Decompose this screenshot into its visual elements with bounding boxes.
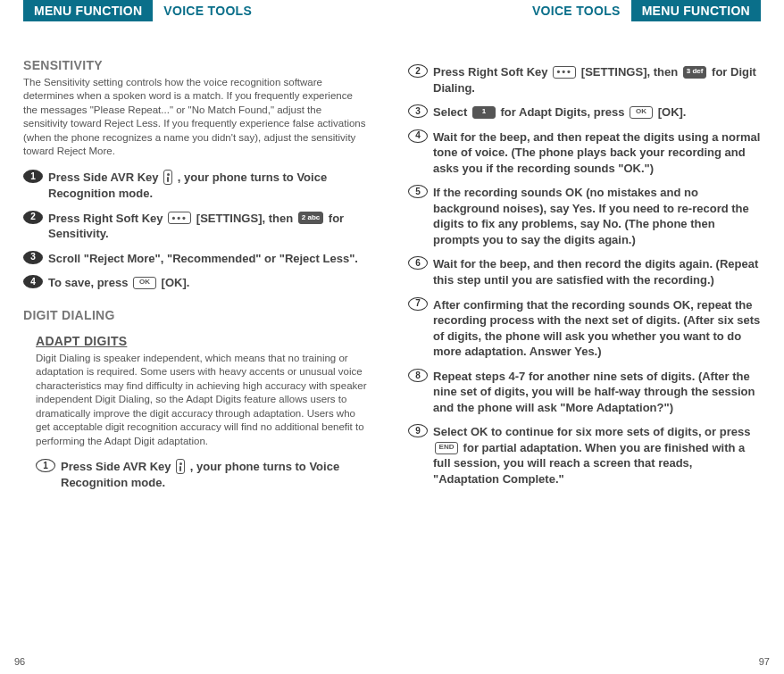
step-number-icon: 2	[408, 64, 428, 78]
adapt-step-8: 8 Repeat steps 4-7 for another nine sets…	[408, 369, 761, 416]
adapt-step-5: 5 If the recording sounds OK (no mistake…	[408, 185, 761, 247]
text-fragment: [SETTINGS], then	[578, 65, 681, 79]
voice-tools-tab: VOICE TOOLS	[153, 0, 263, 21]
step-number-icon: 9	[408, 424, 428, 437]
step-text: After confirming that the recording soun…	[433, 297, 761, 360]
adapt-step-4: 4 Wait for the beep, and then repeat the…	[408, 129, 761, 177]
ok-key-icon: OK	[630, 106, 653, 119]
right-content: 2 Press Right Soft Key ••• [SETTINGS], t…	[408, 37, 761, 487]
sensitivity-step-4: 4 To save, press OK [OK].	[23, 275, 369, 291]
section-title-sensitivity: SENSITIVITY	[23, 57, 369, 74]
text-fragment: Press Right Soft Key	[48, 212, 166, 225]
page-number: 96	[14, 656, 25, 667]
page-number: 97	[759, 656, 770, 667]
step-number-icon: 1	[23, 170, 43, 183]
text-fragment: for partial adaptation. When you are fin…	[433, 441, 745, 486]
step-text: Press Side AVR Key , your phone turns to…	[48, 170, 369, 202]
step-number-icon: 3	[23, 251, 43, 264]
adapt-step-2: 2 Press Right Soft Key ••• [SETTINGS], t…	[408, 64, 761, 96]
page-spread: MENU FUNCTION VOICE TOOLS SENSITIVITY Th…	[0, 0, 784, 674]
step-text: To save, press OK [OK].	[48, 275, 369, 291]
step-text: Press Right Soft Key ••• [SETTINGS], the…	[433, 64, 761, 96]
step-text: Scroll "Reject More", "Recommended" or "…	[48, 251, 369, 267]
step-text: Repeat steps 4-7 for another nine sets o…	[433, 369, 761, 416]
section-title-digit-dialing: DIGIT DIALING	[23, 307, 369, 324]
menu-function-tab: MENU FUNCTION	[23, 0, 153, 21]
right-soft-key-icon: •••	[553, 66, 576, 79]
text-fragment: To save, press	[48, 276, 131, 289]
voice-tools-tab: VOICE TOOLS	[521, 0, 631, 21]
menu-function-tab: MENU FUNCTION	[631, 0, 761, 21]
text-fragment: [OK].	[655, 105, 686, 119]
text-fragment: Select OK to continue for six more sets …	[433, 425, 750, 438]
left-content: SENSITIVITY The Sensitivity setting cont…	[23, 37, 369, 491]
sensitivity-step-2: 2 Press Right Soft Key ••• [SETTINGS], t…	[23, 211, 369, 242]
sensitivity-step-1: 1 Press Side AVR Key , your phone turns …	[23, 170, 369, 202]
text-fragment: for Adapt Digits, press	[497, 105, 628, 119]
side-avr-key-icon	[176, 459, 185, 474]
step-number-icon: 3	[408, 104, 428, 118]
text-fragment: [OK].	[158, 276, 189, 289]
step-text: Press Side AVR Key , your phone turns to…	[61, 459, 369, 491]
sensitivity-step-3: 3 Scroll "Reject More", "Recommended" or…	[23, 251, 369, 267]
left-header: MENU FUNCTION VOICE TOOLS	[23, 0, 369, 37]
adapt-step-7: 7 After confirming that the recording so…	[408, 297, 761, 360]
text-fragment: Press Right Soft Key	[433, 65, 551, 79]
right-soft-key-icon: •••	[168, 212, 191, 224]
adapt-step-1: 1 Press Side AVR Key , your phone turns …	[36, 459, 369, 491]
left-page: MENU FUNCTION VOICE TOOLS SENSITIVITY Th…	[0, 0, 392, 674]
text-fragment: Press Side AVR Key	[48, 171, 162, 184]
ok-label: OK	[636, 107, 646, 117]
step-text: Select OK to continue for six more sets …	[433, 424, 761, 487]
ok-key-icon: OK	[133, 277, 156, 289]
step-number-icon: 2	[23, 211, 43, 224]
key-1-icon: 1	[472, 106, 496, 119]
key-2-icon: 2 abc	[298, 212, 323, 224]
text-fragment: Press Side AVR Key	[61, 460, 174, 473]
step-number-icon: 4	[408, 129, 428, 143]
step-number-icon: 1	[36, 459, 55, 472]
side-avr-key-icon	[163, 170, 172, 185]
adapt-step-9: 9 Select OK to continue for six more set…	[408, 424, 761, 487]
adapt-digits-description: Digit Dialing is speaker independent, wh…	[36, 352, 369, 449]
sensitivity-description: The Sensitivity setting controls how the…	[23, 76, 369, 159]
step-text: Press Right Soft Key ••• [SETTINGS], the…	[48, 211, 369, 242]
step-text: Select 1 for Adapt Digits, press OK [OK]…	[433, 104, 761, 121]
adapt-digits-block: ADAPT DIGITS Digit Dialing is speaker in…	[23, 333, 369, 491]
text-fragment: [SETTINGS], then	[193, 212, 296, 225]
step-text: Wait for the beep, and then record the d…	[433, 256, 761, 287]
step-number-icon: 4	[23, 275, 43, 288]
step-number-icon: 8	[408, 369, 428, 382]
subsection-title-adapt-digits: ADAPT DIGITS	[36, 333, 369, 350]
text-fragment: Select	[433, 105, 471, 119]
key-3-icon: 3 def	[683, 66, 707, 79]
end-key-icon: END	[435, 442, 458, 454]
right-header: VOICE TOOLS MENU FUNCTION	[408, 0, 761, 37]
step-number-icon: 6	[408, 256, 428, 270]
step-text: Wait for the beep, and then repeat the d…	[433, 129, 761, 177]
adapt-step-3: 3 Select 1 for Adapt Digits, press OK [O…	[408, 104, 761, 121]
step-number-icon: 7	[408, 297, 428, 311]
adapt-step-6: 6 Wait for the beep, and then record the…	[408, 256, 761, 287]
ok-label: OK	[139, 278, 150, 287]
right-page: VOICE TOOLS MENU FUNCTION 2 Press Right …	[392, 0, 784, 674]
step-text: If the recording sounds OK (no mistakes …	[433, 185, 761, 247]
step-number-icon: 5	[408, 185, 428, 198]
